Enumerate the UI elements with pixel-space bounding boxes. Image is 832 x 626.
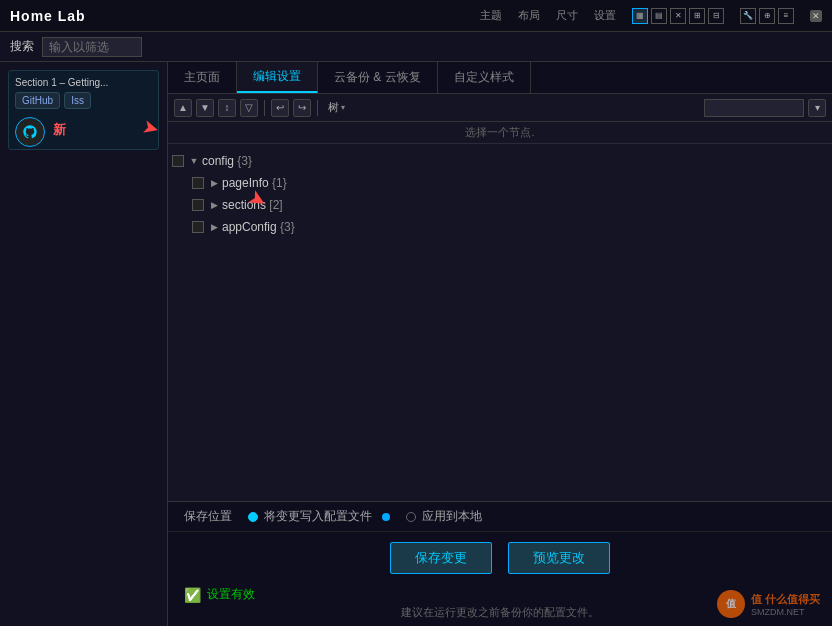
toolbar-search-input[interactable]: [704, 99, 804, 117]
toolbar-btn-redo[interactable]: ↪: [293, 99, 311, 117]
tab-custom-styles[interactable]: 自定义样式: [438, 62, 531, 93]
layout-label: 布局: [518, 8, 540, 23]
toolbar-btn-up[interactable]: ▲: [174, 99, 192, 117]
github-icon: [15, 117, 45, 147]
tree-node-sections[interactable]: ▶ sections [2] ➤: [168, 194, 832, 216]
sidebar-tabs: GitHub Iss: [15, 92, 152, 109]
layout-icons: ▦ ▤ ✕ ⊞ ⊟: [632, 8, 724, 24]
sidebar-preview-title: Section 1 – Getting...: [15, 77, 152, 88]
top-bar: Home Lab 主题 布局 尺寸 设置 ▦ ▤ ✕ ⊞ ⊟ 🔧 ⊕ ≡ ✕: [0, 0, 832, 32]
tree-checkbox-appconfig[interactable]: [192, 221, 204, 233]
preview-changes-button[interactable]: 预览更改: [508, 542, 610, 574]
save-location-row: 保存位置 将变更写入配置文件 应用到本地: [168, 502, 832, 532]
sidebar-tab-issues[interactable]: Iss: [64, 92, 91, 109]
tree-label-appconfig: appConfig {3}: [222, 220, 295, 234]
watermark-icon: 值: [717, 590, 745, 618]
save-option-local: 应用到本地: [406, 508, 482, 525]
tree-expand-pageinfo[interactable]: ▶: [208, 177, 220, 189]
toolbar-separator-2: [317, 100, 318, 116]
toolbar-search-dropdown[interactable]: ▾: [808, 99, 826, 117]
action-buttons: 保存变更 预览更改: [168, 532, 832, 584]
status-text: 设置有效: [207, 586, 255, 603]
tree-node-config[interactable]: ▼ config {3}: [168, 150, 832, 172]
search-label: 搜索: [10, 38, 34, 55]
save-option-local-label: 应用到本地: [422, 508, 482, 525]
settings-icon-2[interactable]: ⊕: [759, 8, 775, 24]
tree-checkbox-sections[interactable]: [192, 199, 204, 211]
settings-icon-3[interactable]: ≡: [778, 8, 794, 24]
toolbar-tree-label[interactable]: 树 ▾: [324, 100, 349, 115]
watermark-text: 值 什么值得买 SMZDM.NET: [751, 592, 820, 617]
tree-label-config: config {3}: [202, 154, 252, 168]
layout-icon-2[interactable]: ▤: [651, 8, 667, 24]
sidebar-preview: Section 1 – Getting... GitHub Iss 新 ➤: [8, 70, 159, 150]
toolbar-btn-filter[interactable]: ▽: [240, 99, 258, 117]
app-title: Home Lab: [10, 8, 86, 24]
save-option-file: 将变更写入配置文件: [248, 508, 390, 525]
settings-label: 设置: [594, 8, 616, 23]
toolbar-btn-undo[interactable]: ↩: [271, 99, 289, 117]
search-input[interactable]: [42, 37, 142, 57]
save-changes-button[interactable]: 保存变更: [390, 542, 492, 574]
tree-label-pageinfo: pageInfo {1}: [222, 176, 287, 190]
new-indicator: 新: [53, 121, 66, 139]
size-label: 尺寸: [556, 8, 578, 23]
radio-local[interactable]: [406, 512, 416, 522]
tab-main-page[interactable]: 主页面: [168, 62, 237, 93]
search-bar: 搜索: [0, 32, 832, 62]
radio-file-indicator: [382, 513, 390, 521]
tree-expand-appconfig[interactable]: ▶: [208, 221, 220, 233]
watermark: 值 值 什么值得买 SMZDM.NET: [717, 590, 820, 618]
tree-expand-config[interactable]: ▼: [188, 155, 200, 167]
settings-icons: 🔧 ⊕ ≡: [740, 8, 794, 24]
toolbar-separator-1: [264, 100, 265, 116]
sidebar-tab-github[interactable]: GitHub: [15, 92, 60, 109]
settings-icon-1[interactable]: 🔧: [740, 8, 756, 24]
layout-icon-5[interactable]: ⊟: [708, 8, 724, 24]
tab-bar: 主页面 编辑设置 云备份 & 云恢复 自定义样式: [168, 62, 832, 94]
content-area: 主页面 编辑设置 云备份 & 云恢复 自定义样式 ▲ ▼ ↕ ▽ ↩ ↪ 树 ▾…: [168, 62, 832, 626]
tree-expand-sections[interactable]: ▶: [208, 199, 220, 211]
header-right-area: 主题 布局 尺寸 设置 ▦ ▤ ✕ ⊞ ⊟ 🔧 ⊕ ≡ ✕: [480, 8, 822, 24]
layout-icon-1[interactable]: ▦: [632, 8, 648, 24]
toolbar-btn-down[interactable]: ▼: [196, 99, 214, 117]
tab-edit-settings[interactable]: 编辑设置: [237, 62, 318, 93]
tree-node-appconfig[interactable]: ▶ appConfig {3}: [168, 216, 832, 238]
status-icon: ✅: [184, 587, 201, 603]
hint-bar: 选择一个节点.: [168, 122, 832, 144]
layout-icon-3[interactable]: ✕: [670, 8, 686, 24]
theme-label: 主题: [480, 8, 502, 23]
tree-area: ▼ config {3} ▶ pageInfo {1} ▶ sections […: [168, 144, 832, 501]
save-option-file-label: 将变更写入配置文件: [264, 508, 372, 525]
radio-file[interactable]: [248, 512, 258, 522]
tree-dropdown-arrow: ▾: [341, 103, 345, 112]
tree-label-sections: sections [2]: [222, 198, 283, 212]
tab-cloud-backup[interactable]: 云备份 & 云恢复: [318, 62, 438, 93]
tree-node-pageinfo[interactable]: ▶ pageInfo {1}: [168, 172, 832, 194]
tree-checkbox-pageinfo[interactable]: [192, 177, 204, 189]
layout-icon-4[interactable]: ⊞: [689, 8, 705, 24]
save-location-label: 保存位置: [184, 508, 232, 525]
sidebar: Section 1 – Getting... GitHub Iss 新 ➤: [0, 62, 168, 626]
toolbar: ▲ ▼ ↕ ▽ ↩ ↪ 树 ▾ ▾: [168, 94, 832, 122]
toolbar-btn-sort[interactable]: ↕: [218, 99, 236, 117]
main-layout: Section 1 – Getting... GitHub Iss 新 ➤ 主页…: [0, 62, 832, 626]
close-button[interactable]: ✕: [810, 10, 822, 22]
tree-checkbox-config[interactable]: [172, 155, 184, 167]
